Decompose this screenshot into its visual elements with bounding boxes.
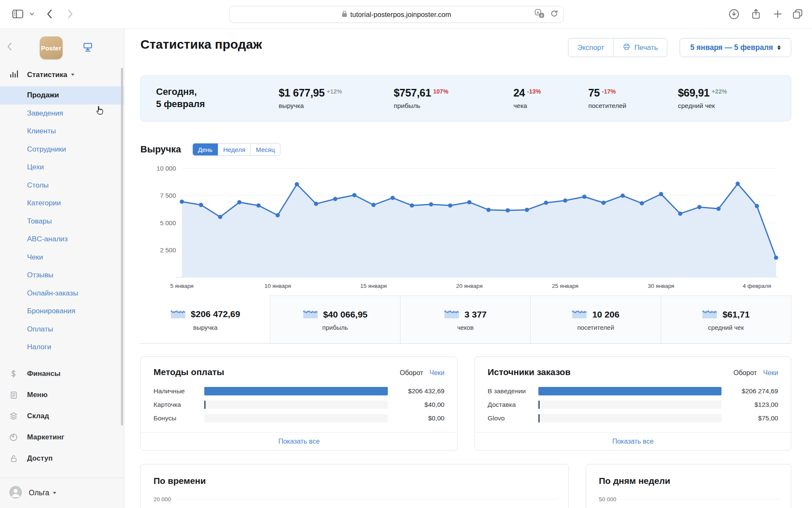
chart-point <box>467 200 472 204</box>
summary-tile-visitors[interactable]: 10 206посетителей <box>530 295 661 343</box>
sidebar-item-reviews[interactable]: Отзывы <box>0 266 124 284</box>
address-bar[interactable]: tutorial-posterpos.joinposter.com Aa <box>229 6 564 23</box>
downloads-icon[interactable] <box>728 8 740 20</box>
revenue-section-header: Выручка ДеньНеделяМесяц <box>140 143 280 156</box>
toggle-receipts[interactable]: Чеки <box>430 369 445 377</box>
period-tabs: ДеньНеделяМесяц <box>192 143 280 156</box>
collapse-sidebar-icon[interactable] <box>7 42 12 52</box>
sidebar-item-label: Отзывы <box>27 271 53 279</box>
sidebar-item-reservations[interactable]: Бронирования <box>0 302 124 320</box>
summary-tile-revenue[interactable]: $206 472,69выручка <box>140 295 270 343</box>
stat-label: средний чек <box>678 102 727 110</box>
export-button[interactable]: Экспорт <box>568 39 613 57</box>
stat-change: +12% <box>327 88 342 95</box>
sidebar-item-sales[interactable]: Продажи <box>0 86 124 105</box>
toggle-turnover[interactable]: Оборот <box>733 369 757 377</box>
chart-point <box>620 193 625 198</box>
screenshot-root: tutorial-posterpos.joinposter.com Aa <box>0 0 812 508</box>
y-axis-tick: 20 000 <box>154 496 171 502</box>
sidebar-toggle-icon[interactable] <box>12 8 24 19</box>
panel-by-time: По времени20 000 <box>140 464 569 508</box>
sidebar-item-finance[interactable]: Финансы <box>0 363 124 384</box>
revenue-tab-week[interactable]: Неделя <box>218 144 250 155</box>
sidebar-scrollbar[interactable] <box>121 68 123 425</box>
bar-track <box>204 414 388 422</box>
sidebar-item-clients[interactable]: Клиенты <box>0 122 124 141</box>
bar-label: Доставка <box>488 401 538 409</box>
sidebar-item-online-orders[interactable]: Онлайн-заказы <box>0 284 124 303</box>
sidebar-item-stock[interactable]: Склад <box>0 406 124 427</box>
print-button[interactable]: Печать <box>613 39 667 57</box>
chart-point <box>448 203 453 207</box>
reload-icon[interactable] <box>550 9 558 19</box>
chart-point <box>544 201 548 205</box>
bar-label: Бонусы <box>154 414 204 422</box>
stat-label: чека <box>513 102 541 110</box>
sidebar-item-taxes[interactable]: Налоги <box>0 338 124 356</box>
sidebar-item-menu[interactable]: Меню <box>0 384 124 406</box>
sidebar-item-receipts[interactable]: Чеки <box>0 248 124 267</box>
stat-change: -17% <box>602 88 616 95</box>
toggle-turnover[interactable]: Оборот <box>400 369 423 377</box>
sidebar-item-products[interactable]: Товары <box>0 213 124 231</box>
chart-point <box>276 213 280 218</box>
show-all-link[interactable]: Показать все <box>278 438 320 445</box>
sidebar-item-workshops[interactable]: Цехи <box>0 158 124 177</box>
chart-point <box>525 208 529 212</box>
today-title-line1: Сегодня, <box>156 86 205 98</box>
layers-icon <box>8 411 19 421</box>
sparkline-icon <box>303 308 318 320</box>
lock-icon <box>342 10 347 19</box>
show-all-link[interactable]: Показать все <box>612 438 654 445</box>
new-tab-icon[interactable] <box>773 9 782 19</box>
date-range-select[interactable]: 5 января — 5 февраля <box>680 38 791 57</box>
share-icon[interactable] <box>750 8 762 20</box>
sidebar-item-label: Чеки <box>27 253 43 261</box>
sidebar-item-payments[interactable]: Оплаты <box>0 320 124 339</box>
sidebar-item-categories[interactable]: Категории <box>0 194 124 213</box>
sidebar-item-employees[interactable]: Сотрудники <box>0 141 124 159</box>
sidebar-item-venues[interactable]: Заведения <box>0 105 124 123</box>
translate-icon[interactable]: Aa <box>535 9 545 20</box>
revenue-chart: 2 5005 0007 50010 0005 января10 января15… <box>144 166 797 293</box>
sidebar-item-access[interactable]: Доступ <box>0 448 124 469</box>
summary-tiles-strip: $206 472,69выручка$40 066,95прибыль3 377… <box>140 295 791 344</box>
tab-overview-icon[interactable] <box>792 8 804 20</box>
bar-chart-icon <box>9 69 19 80</box>
sidebar-item-label: Продажи <box>27 91 59 99</box>
today-stat-visitors: 75-17%посетителей <box>588 87 626 110</box>
terminal-icon[interactable] <box>82 41 93 55</box>
stat-value: $757,61107% <box>394 87 448 99</box>
sidebar-section-label: Статистика <box>27 71 67 79</box>
stat-value: 75-17% <box>588 87 626 99</box>
summary-tile-profit[interactable]: $40 066,95прибыль <box>270 295 401 343</box>
sidebar-item-label: Налоги <box>27 343 51 351</box>
x-axis-tick: 25 января <box>552 283 579 289</box>
bar-value: $206 274,69 <box>728 387 778 395</box>
sidebar-item-tables[interactable]: Столы <box>0 177 124 195</box>
toggle-receipts[interactable]: Чеки <box>763 369 779 377</box>
date-range-value: 5 января — 5 февраля <box>690 43 773 52</box>
back-button-icon[interactable] <box>47 9 52 19</box>
sidebar-item-label: ABC-анализ <box>27 235 68 243</box>
gridline <box>621 499 780 500</box>
sidebar-item-abc-analysis[interactable]: ABC-анализ <box>0 230 124 248</box>
poster-logo[interactable]: Poster <box>40 36 63 59</box>
bar-fill <box>538 414 540 422</box>
chart-point <box>755 204 759 208</box>
tile-value: $40 066,95 <box>323 309 368 320</box>
sidebar-section-statistics[interactable]: Статистика <box>9 69 74 80</box>
revenue-tab-month[interactable]: Месяц <box>250 144 280 155</box>
today-stat-revenue: $1 677,95+12%выручка <box>279 87 342 110</box>
forward-button-icon[interactable] <box>68 9 73 19</box>
dollar-icon <box>8 369 19 379</box>
bar-track <box>538 414 721 422</box>
user-menu[interactable]: Ольга <box>0 478 124 508</box>
chevron-down-icon[interactable] <box>30 12 34 16</box>
chart-point <box>601 201 606 205</box>
sparkline-icon <box>444 308 459 320</box>
summary-tile-receipts[interactable]: 3 377чеков <box>400 295 531 343</box>
sidebar-item-marketing[interactable]: Маркетинг <box>0 427 124 448</box>
revenue-tab-day[interactable]: День <box>193 144 218 155</box>
summary-tile-avg-check[interactable]: $61,71средний чек <box>661 295 791 343</box>
